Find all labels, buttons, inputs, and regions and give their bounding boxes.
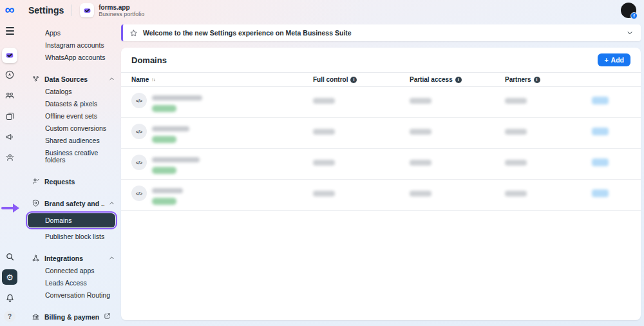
partners-value-redacted (505, 191, 527, 197)
column-name: Name (131, 76, 149, 83)
column-partners: Partners (505, 76, 531, 83)
view-link-redacted[interactable] (592, 158, 609, 166)
table-header: Name ↑↓ Full control i Partial access i (121, 72, 641, 87)
sidebar-item-catalogs[interactable]: Catalogs (26, 86, 117, 98)
sidebar-section-requests[interactable]: Requests (26, 175, 117, 188)
view-link-redacted[interactable] (592, 128, 609, 135)
page-title: Settings (28, 5, 64, 15)
partial-access-value-redacted (410, 98, 431, 104)
verified-badge-redacted (152, 136, 176, 143)
ads-manager-button[interactable] (2, 67, 17, 82)
person-check-icon (31, 177, 40, 186)
business-settings-button[interactable] (2, 88, 17, 103)
sort-icon[interactable]: ↑↓ (151, 77, 155, 82)
page: ∞ ⚙ ? Settings (0, 0, 644, 326)
partial-access-value-redacted (410, 160, 431, 166)
partners-button[interactable] (2, 149, 17, 165)
add-domain-button[interactable]: + Add (598, 53, 630, 66)
bell-icon (5, 293, 15, 303)
left-rail: ∞ ⚙ ? (0, 0, 19, 326)
domain-row[interactable]: </> (121, 118, 641, 149)
verified-badge-redacted (152, 167, 176, 174)
people-gear-icon (5, 90, 15, 101)
view-link-redacted[interactable] (592, 189, 609, 197)
external-link-icon (104, 312, 111, 321)
business-portfolio-switcher[interactable]: forms.app Business portfolio (80, 3, 144, 17)
sidebar-item-shared-audiences[interactable]: Shared audiences (26, 135, 117, 147)
full-control-value-redacted (313, 129, 335, 135)
domains-card: Domains + Add Name ↑↓ Full control (121, 48, 641, 320)
meta-logo-icon: ∞ (5, 3, 15, 18)
info-icon[interactable]: i (455, 77, 462, 83)
sidebar-item-business-creative-folders[interactable]: Business creative folders (26, 147, 117, 166)
verified-badge-redacted (152, 105, 176, 112)
facebook-badge-icon: f (630, 12, 638, 19)
portfolio-name: forms.app (99, 4, 144, 11)
sidebar-item-domains-selected[interactable]: Domains (28, 213, 115, 227)
verified-badge-redacted (152, 198, 176, 205)
sidebar-item-whatsapp-accounts[interactable]: WhatsApp accounts (26, 52, 117, 64)
welcome-banner[interactable]: Welcome to the new Settings experience o… (121, 24, 641, 41)
sidebar-section-integrations[interactable]: Integrations (26, 251, 117, 265)
pages-button[interactable] (2, 108, 17, 124)
portfolio-type: Business portfolio (99, 11, 144, 17)
code-icon: </> (131, 124, 147, 139)
section-label: Data Sources (44, 75, 104, 83)
bank-icon (31, 312, 40, 321)
ad-account-button[interactable] (2, 129, 17, 144)
forms-app-icon (5, 51, 14, 60)
settings-rail-button[interactable]: ⚙ (2, 269, 17, 285)
partners-value-redacted (505, 98, 527, 104)
data-sources-icon (31, 75, 40, 83)
sidebar-item-custom-conversions[interactable]: Custom conversions (26, 122, 117, 135)
menu-button[interactable] (2, 23, 17, 39)
chevron-up-icon[interactable] (109, 255, 115, 261)
code-icon: </> (131, 155, 147, 170)
view-link-redacted[interactable] (592, 97, 609, 104)
notifications-button[interactable] (2, 290, 17, 305)
domain-row[interactable]: </> (121, 180, 641, 211)
sidebar-section-billing[interactable]: Billing & payments (26, 310, 117, 323)
sidebar-item-instagram-accounts[interactable]: Instagram accounts (26, 39, 117, 52)
column-full-control: Full control (313, 76, 348, 83)
partial-access-value-redacted (410, 129, 431, 135)
sidebar-item-connected-apps[interactable]: Connected apps (26, 265, 117, 277)
search-button[interactable] (2, 249, 17, 264)
sidebar-item-apps[interactable]: Apps (26, 27, 117, 39)
annotation-highlight-box: Domains (26, 211, 117, 229)
pages-icon (5, 111, 15, 121)
sidebar-item-offline-event-sets[interactable]: Offline event sets (26, 110, 117, 122)
gear-icon: ⚙ (6, 273, 14, 282)
shield-icon (31, 199, 40, 207)
question-icon: ? (8, 313, 12, 320)
integrations-icon (31, 254, 40, 262)
domain-name-redacted (152, 126, 189, 131)
domain-name-redacted (152, 95, 202, 101)
sidebar-section-brand-safety[interactable]: Brand safety and ... (26, 197, 117, 210)
sidebar-section-data-sources[interactable]: Data Sources (26, 72, 117, 86)
active-app-button[interactable] (2, 48, 17, 63)
sidebar-item-leads-access[interactable]: Leads Access (26, 277, 117, 289)
code-icon: </> (131, 186, 147, 201)
sidebar-item-datasets-pixels[interactable]: Datasets & pixels (26, 98, 117, 110)
chevron-up-icon[interactable] (109, 200, 115, 206)
domain-row[interactable]: </> (121, 149, 641, 180)
info-icon[interactable]: i (350, 77, 357, 83)
divider (71, 5, 72, 16)
chevron-up-icon[interactable] (109, 76, 115, 82)
domain-row[interactable]: </> (121, 87, 641, 118)
sidebar-item-publisher-block-lists[interactable]: Publisher block lists (26, 231, 117, 243)
full-control-value-redacted (313, 160, 335, 166)
info-icon[interactable]: i (534, 77, 540, 83)
profile-avatar[interactable]: f (621, 3, 636, 18)
partial-access-value-redacted (410, 191, 431, 197)
compass-icon (5, 70, 15, 80)
portfolio-avatar (80, 3, 94, 17)
section-label: Brand safety and ... (44, 200, 104, 207)
chevron-down-icon[interactable] (627, 30, 633, 36)
help-button[interactable]: ? (4, 311, 15, 322)
full-control-value-redacted (313, 98, 335, 104)
hamburger-icon (6, 27, 14, 34)
full-control-value-redacted (313, 191, 335, 197)
sidebar-item-conversation-routing[interactable]: Conversation Routing (26, 289, 117, 302)
